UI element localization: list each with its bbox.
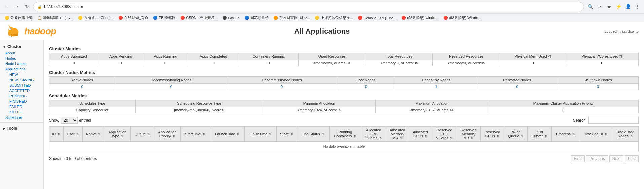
hadoop-title: hadoop xyxy=(24,26,56,37)
th-start-time[interactable]: StartTime ⇅ xyxy=(181,127,210,142)
sidebar-item-about[interactable]: About xyxy=(0,50,43,56)
val-scheduler-type: Capacity Scheduler xyxy=(49,107,136,113)
share-button[interactable]: ➚ xyxy=(596,3,604,11)
th-id[interactable]: ID ⇅ xyxy=(49,127,64,142)
bookmark-2[interactable]: 📋 哔哔哔哔（'- ')つ... xyxy=(35,15,75,21)
refresh-button[interactable]: ↻ xyxy=(23,3,31,11)
sidebar-item-submitted[interactable]: SUBMITTED xyxy=(0,83,43,88)
extensions-button[interactable]: ⚡ xyxy=(614,3,622,11)
th-reserved-cpu-vcores[interactable]: ReservedCPUVCores ⇅ xyxy=(432,127,457,142)
menu-button[interactable]: ⋮ xyxy=(633,3,641,11)
bookmark-11[interactable]: 🔴 Scala 2.13.9 | The... xyxy=(356,15,399,21)
first-button[interactable]: First xyxy=(571,155,585,162)
browser-actions: 🔍 ➚ ★ ⚡ 👤 ⋮ xyxy=(586,3,641,11)
th-launch-time[interactable]: LaunchTime ⇅ xyxy=(210,127,244,142)
sidebar-item-new[interactable]: NEW xyxy=(0,72,43,77)
th-reserved-gpus[interactable]: ReservedGPUs ⇅ xyxy=(481,127,504,142)
val-phys-mem: 0 xyxy=(500,60,566,66)
browser-toolbar: ← → ↻ 🔒 127.0.0.1:8088/cluster 🔍 ➚ ★ ⚡ 👤… xyxy=(0,0,644,13)
col-phys-vcores: Physical VCores Used % xyxy=(566,53,639,60)
bookmark-10[interactable]: 🟡 上海挖地兔信息技... xyxy=(313,15,355,21)
val-apps-pending: 0 xyxy=(99,60,143,66)
lock-icon: 🔒 xyxy=(37,5,42,9)
cluster-nodes-table: Active Nodes Decommissioning Nodes Decom… xyxy=(49,76,639,90)
val-apps-running: 0 xyxy=(143,60,188,66)
th-pct-cluster[interactable]: % ofCluster ⇅ xyxy=(527,127,552,142)
val-scheduling-resource-type: [memory-mb (unit=Mi), vcores] xyxy=(135,107,263,113)
sidebar-cluster-header[interactable]: ▼ Cluster xyxy=(0,43,43,50)
th-blacklisted-nodes[interactable]: BlacklistedNodes ⇅ xyxy=(612,127,639,142)
th-allocated-memory-mb[interactable]: AllocatedMemoryMB ⇅ xyxy=(386,127,409,142)
val-rebooted-nodes: 0 xyxy=(477,84,557,90)
sort-arrows-res-cpu: ⇅ xyxy=(450,137,453,140)
th-running-containers[interactable]: RunningContainers ⇅ xyxy=(329,127,361,142)
bookmark-13[interactable]: 🔴 (98条消息) Windo... xyxy=(441,15,483,21)
th-application-type[interactable]: ApplicationType ⇅ xyxy=(104,127,131,142)
th-finish-time[interactable]: FinishTime ⇅ xyxy=(244,127,276,142)
sidebar-item-node-labels[interactable]: Node Labels xyxy=(0,61,43,66)
forward-button[interactable]: → xyxy=(13,3,21,11)
bookmark-4[interactable]: 🔴 在线翻译_有道 xyxy=(116,15,150,21)
sidebar-item-scheduler[interactable]: Scheduler xyxy=(0,115,43,120)
sidebar-item-running[interactable]: RUNNING xyxy=(0,93,43,99)
sort-arrows-tracking-ui: ⇅ xyxy=(605,133,607,136)
address-bar[interactable]: 🔒 127.0.0.1:8088/cluster xyxy=(33,2,584,11)
th-reserved-memory-mb[interactable]: ReservedMemoryMB ⇅ xyxy=(457,127,481,142)
bookmark-5[interactable]: 🔵 FB 粉笔网 xyxy=(151,15,178,21)
col-lost-nodes: Lost Nodes xyxy=(337,77,395,84)
bookmark-9[interactable]: 🟠 东方财富网: 财经... xyxy=(271,15,312,21)
val-total-resources: <memory:0, vCores:0> xyxy=(366,60,432,66)
sidebar-item-killed[interactable]: KILLED xyxy=(0,109,43,115)
col-max-allocation: Maximum Allocation xyxy=(376,100,488,107)
col-phys-mem: Physical Mem Used % xyxy=(500,53,566,60)
sidebar-item-new-saving[interactable]: NEW_SAVING xyxy=(0,77,43,83)
next-button[interactable]: Next xyxy=(609,155,624,162)
last-button[interactable]: Last xyxy=(625,155,639,162)
bookmark-8[interactable]: 🔵 同花顺量子 xyxy=(242,15,271,21)
search-input[interactable] xyxy=(588,117,639,124)
scheduler-metrics-table: Scheduler Type Scheduling Resource Type … xyxy=(49,100,639,113)
val-reserved-resources: <memory:0, vCores:0> xyxy=(433,60,500,66)
bookmark-1[interactable]: 🟡 公务员事业编 xyxy=(3,15,35,21)
val-active-nodes: 0 xyxy=(49,84,115,90)
th-name[interactable]: Name ⇅ xyxy=(82,127,104,142)
sidebar: ▼ Cluster About Nodes Node Labels Applic… xyxy=(0,40,44,189)
profile-button[interactable]: 👤 xyxy=(624,3,632,11)
back-button[interactable]: ← xyxy=(3,3,11,11)
val-apps-completed: 0 xyxy=(188,60,239,66)
search-browser-button[interactable]: 🔍 xyxy=(586,3,594,11)
th-user[interactable]: User ⇅ xyxy=(63,127,82,142)
th-queue[interactable]: Queue ⇅ xyxy=(131,127,154,142)
sidebar-tools-header[interactable]: ▶ Tools xyxy=(0,125,43,132)
col-scheduler-type: Scheduler Type xyxy=(49,100,136,107)
th-application-priority[interactable]: ApplicationPriority ⇅ xyxy=(154,127,181,142)
scheduler-metrics-header: Scheduler Metrics xyxy=(49,93,639,98)
th-allocated-cpu-vcores[interactable]: AllocatedCPUVCores ⇅ xyxy=(361,127,386,142)
bookmark-6[interactable]: 🔴 CSDN - 专业开发... xyxy=(178,15,220,21)
bookmark-12[interactable]: 🔴 (98条消息) windo... xyxy=(399,15,441,21)
th-pct-queue[interactable]: % ofQueue ⇅ xyxy=(504,127,527,142)
th-tracking-ui[interactable]: Tracking UI ⇅ xyxy=(579,127,612,142)
th-state[interactable]: State ⇅ xyxy=(276,127,297,142)
sidebar-item-nodes[interactable]: Nodes xyxy=(0,56,43,61)
th-allocated-gpus[interactable]: AllocatedGPUs ⇅ xyxy=(409,127,432,142)
sidebar-item-finished[interactable]: FINISHED xyxy=(0,99,43,104)
sort-arrows-final-status: ⇅ xyxy=(322,133,325,136)
sort-arrows-pct-cluster: ⇅ xyxy=(545,135,547,138)
no-data-row: No data available in table xyxy=(49,142,639,151)
sort-arrows-progress: ⇅ xyxy=(572,133,575,136)
th-progress[interactable]: Progress ⇅ xyxy=(552,127,579,142)
previous-button[interactable]: Previous xyxy=(586,155,608,162)
sidebar-item-applications[interactable]: Applications xyxy=(0,66,43,72)
th-final-status[interactable]: FinalStatus ⇅ xyxy=(297,127,329,142)
entries-select[interactable]: 20 50 100 xyxy=(61,117,78,124)
val-used-resources: <memory:0, vCores:0> xyxy=(299,60,366,66)
star-button[interactable]: ★ xyxy=(605,3,613,11)
val-max-cluster-priority: 0 xyxy=(488,107,639,113)
sidebar-item-failed[interactable]: FAILED xyxy=(0,104,43,109)
bookmark-3[interactable]: 🟡 力扣 (LeetCode)... xyxy=(76,15,116,21)
val-lost-nodes: 0 xyxy=(337,84,395,90)
sidebar-item-accepted[interactable]: ACCEPTED xyxy=(0,88,43,93)
val-unhealthy-nodes: 1 xyxy=(395,84,477,90)
bookmark-7[interactable]: ⚫ GitHub xyxy=(220,15,241,21)
